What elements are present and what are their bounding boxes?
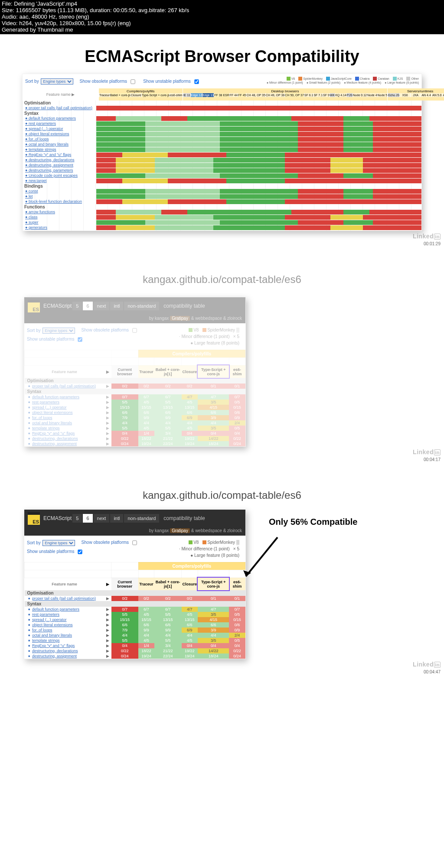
compat-table-2: 64% Compilers/polyfills 60%76%35%56%17% … bbox=[24, 350, 245, 446]
es-logo-icon: ES bbox=[28, 512, 40, 525]
feature-link[interactable]: destructuring, assignment bbox=[32, 442, 77, 446]
feature-link[interactable]: rest parameters bbox=[32, 400, 59, 404]
compat-screenshot-2: ES ECMAScript 5 6 next intl non-standard… bbox=[24, 297, 246, 447]
table-row: ●for..of loops▶7/99/99/96/93/90/9 bbox=[25, 415, 245, 420]
info-file: File: Defining 'JavaScript'.mp4 bbox=[2, 1, 442, 7]
url-label: kangax.github.io/compat-table/es6 bbox=[0, 489, 444, 501]
feature-link[interactable]: for..of loops bbox=[32, 416, 52, 420]
engine-legend: V8 SpiderMonkey JavaScriptCore Chakra Ca… bbox=[267, 77, 419, 85]
feature-link[interactable]: proper tail calls (tail call optimisatio… bbox=[32, 596, 96, 601]
feature-link[interactable]: spread (...) operator bbox=[32, 618, 67, 622]
table-row: ●proper tail calls (tail call optimisati… bbox=[25, 384, 245, 389]
feature-link[interactable]: destructuring, declarations bbox=[32, 649, 78, 653]
feature-link[interactable]: RegExp "y" and "u" flags bbox=[32, 644, 75, 648]
feature-link[interactable]: template strings bbox=[32, 426, 60, 430]
thumbnail-info-bar: File: Defining 'JavaScript'.mp4 Size: 11… bbox=[0, 0, 444, 34]
svg-line-0 bbox=[246, 537, 278, 576]
legend-2: V8 SpiderMonkey ▒ · Minor difference (1 … bbox=[176, 326, 243, 347]
info-gen: Generated by Thumbnail me bbox=[2, 27, 442, 33]
table-row: ●octal and binary literals▶4/44/44/44/44… bbox=[25, 420, 245, 426]
feature-link[interactable]: spread (...) operator bbox=[32, 405, 67, 410]
tab-6[interactable]: 6 bbox=[83, 302, 92, 310]
sort-select-2[interactable]: Engine types bbox=[42, 328, 75, 334]
table-row: ●template strings▶5/54/55/54/53/50/5 bbox=[25, 426, 245, 431]
show-obsolete-3[interactable]: Show obsolete platforms bbox=[82, 539, 139, 547]
table-row: ●destructuring, assignment▶0/2419/2422/2… bbox=[25, 653, 245, 659]
feature-link[interactable]: destructuring, assignment bbox=[32, 654, 77, 658]
table-row: ●spread (...) operator▶15/1515/1513/1513… bbox=[25, 405, 245, 410]
feature-link[interactable]: object literal extensions bbox=[32, 623, 73, 627]
table-row: ●octal and binary literals▶4/44/44/44/44… bbox=[25, 633, 245, 638]
table-row: ●default function parameters▶0/76/76/74/… bbox=[25, 394, 245, 400]
annotation-text: Only 56% Compatible bbox=[269, 517, 358, 527]
watermark-1: Linkedin 00:01:29 bbox=[0, 231, 444, 247]
info-size: Size: 11665507 bytes (11.13 MiB), durati… bbox=[2, 7, 442, 14]
watermark-2: Linkedin 00:04:17 bbox=[0, 447, 444, 463]
info-audio: Audio: aac, 48000 Hz, stereo (eng) bbox=[2, 14, 442, 20]
feature-link[interactable]: octal and binary literals bbox=[32, 633, 72, 637]
slide-title: ECMAScript Browser Compatibility bbox=[0, 47, 444, 66]
table-row: ●proper tail calls (tail call optimisati… bbox=[25, 596, 245, 601]
arrow-icon bbox=[241, 533, 284, 585]
tab-intl[interactable]: intl bbox=[110, 302, 123, 310]
table-row: ●destructuring, declarations▶0/2218/2221… bbox=[25, 436, 245, 441]
feature-link[interactable]: default function parameters bbox=[32, 395, 79, 399]
feature-link[interactable]: destructuring, declarations bbox=[32, 436, 78, 441]
feature-link[interactable]: default function parameters bbox=[32, 607, 79, 611]
table-row: ●rest parameters▶5/54/55/54/53/50/5 bbox=[25, 612, 245, 617]
table-row: ●object literal extensions▶6/66/66/66/66… bbox=[25, 410, 245, 415]
feature-link[interactable]: proper tail calls (tail call optimisatio… bbox=[32, 384, 96, 388]
tab-next[interactable]: next bbox=[94, 514, 110, 523]
table-row: ●for..of loops▶7/99/99/96/93/90/9 bbox=[25, 627, 245, 633]
tab-6[interactable]: 6 bbox=[83, 514, 92, 523]
legend-3: V8 SpiderMonkey ▒ · Minor difference (1 … bbox=[176, 538, 243, 559]
show-unstable-3[interactable]: Show unstable platforms bbox=[27, 548, 84, 556]
info-video: Video: h264, yuv420p, 1280x800, 15.00 fp… bbox=[2, 20, 442, 27]
tab-next[interactable]: next bbox=[94, 302, 110, 310]
show-obsolete-toggle[interactable]: Show obsolete platforms bbox=[80, 78, 137, 86]
feature-link[interactable]: object literal extensions bbox=[32, 410, 73, 415]
tab-5[interactable]: 5 bbox=[72, 302, 82, 310]
table-row: ●rest parameters▶5/54/55/54/53/50/5 bbox=[25, 400, 245, 405]
table-row: ●destructuring, declarations▶0/2218/2221… bbox=[25, 648, 245, 653]
es-logo-icon: ES bbox=[28, 300, 40, 312]
table-row: ●object literal extensions▶6/66/66/66/66… bbox=[25, 622, 245, 627]
sort-select[interactable]: Engine types bbox=[41, 78, 73, 85]
table-row: ●spread (...) operator▶15/1515/1513/1513… bbox=[25, 617, 245, 622]
url-label-faded: kangax.github.io/compat-table/es6 bbox=[0, 273, 444, 286]
table-row: ●default function parameters▶0/76/76/74/… bbox=[25, 607, 245, 612]
show-obsolete-2[interactable]: Show obsolete platforms bbox=[82, 326, 139, 335]
sort-by-label: Sort by bbox=[25, 79, 39, 84]
compat-screenshot-3: ES ECMAScript 5 6 next intl non-standard… bbox=[24, 509, 246, 659]
table-row: ●destructuring, assignment▶0/2419/2422/2… bbox=[25, 441, 245, 446]
watermark-3: Linkedin 00:04:47 bbox=[0, 659, 444, 676]
feature-link[interactable]: for..of loops bbox=[32, 628, 52, 632]
compat-screenshot-1: Sort by Engine types Show obsolete platf… bbox=[22, 74, 422, 231]
table-row: ●RegExp "y" and "u" flags▶0/41/43/40/40/… bbox=[25, 431, 245, 436]
table-row: ●RegExp "y" and "u" flags▶0/41/43/40/40/… bbox=[25, 643, 245, 648]
table-row: ●template strings▶5/54/55/54/53/50/5 bbox=[25, 638, 245, 643]
compat-table-3: 64% Compilers/polyfills 60%76%35%56%17% … bbox=[24, 562, 245, 659]
tab-intl[interactable]: intl bbox=[110, 514, 123, 523]
show-unstable-toggle[interactable]: Show unstable platforms bbox=[143, 78, 200, 86]
tab-nonstandard[interactable]: non-standard bbox=[124, 302, 159, 310]
tab-nonstandard[interactable]: non-standard bbox=[124, 514, 159, 523]
feature-link[interactable]: octal and binary literals bbox=[32, 421, 72, 425]
feature-link[interactable]: template strings bbox=[32, 638, 60, 643]
tab-5[interactable]: 5 bbox=[72, 514, 82, 523]
compat-matrix: Optimisation● proper tail calls (tail ca… bbox=[23, 101, 421, 231]
feature-link[interactable]: rest parameters bbox=[32, 612, 59, 617]
feature-link[interactable]: RegExp "y" and "u" flags bbox=[32, 431, 75, 436]
show-unstable-2[interactable]: Show unstable platforms bbox=[27, 335, 84, 344]
col-header-groups: Feature name ▶ Compilers/polyfills Trace… bbox=[23, 88, 421, 101]
sort-select-3[interactable]: Engine types bbox=[42, 540, 75, 546]
